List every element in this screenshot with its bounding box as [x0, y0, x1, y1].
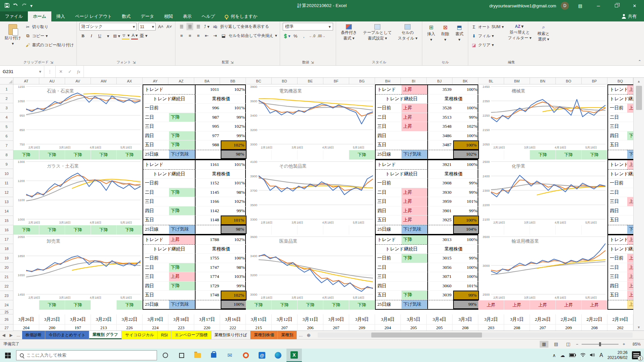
value-cell[interactable]: 205 — [401, 324, 427, 330]
scroll-up-icon[interactable]: ▲ — [637, 78, 641, 84]
menu-tab-2[interactable]: 挿入 — [51, 11, 70, 21]
dialog-launcher-icon[interactable]: ⇲ — [132, 60, 136, 64]
close-button[interactable]: ✕ — [628, 0, 641, 11]
cell-day-pct[interactable]: 102% — [221, 140, 247, 150]
cell-day-label[interactable]: 四日 — [376, 282, 401, 291]
cell-day-status[interactable] — [627, 188, 633, 197]
cell-ma-label[interactable]: 25日線 — [376, 300, 401, 309]
value-cell[interactable]: 203 — [478, 324, 504, 330]
column-header[interactable]: AU — [39, 78, 65, 84]
cell-day-pct[interactable]: 99% — [221, 206, 247, 216]
cell-day-label[interactable]: 二日 — [376, 188, 401, 197]
currency-icon[interactable]: 💲▾ — [283, 32, 290, 40]
trend-strip-cell[interactable]: 上昇 — [530, 300, 556, 310]
cell-day-price[interactable]: 3039 — [427, 291, 453, 300]
date-cell[interactable]: 3月3日 — [452, 314, 478, 324]
row-header[interactable]: 21 — [0, 272, 13, 282]
trend-strip-cell[interactable]: 下降 — [556, 150, 582, 160]
cell-trend-status[interactable]: 上昇 — [627, 85, 633, 95]
comma-icon[interactable]: , — [301, 32, 307, 40]
vertical-scrollbar[interactable]: ▲ ▼ — [633, 78, 644, 330]
cell-day-label[interactable]: 一日前 — [143, 254, 169, 263]
cell-trend-status[interactable] — [169, 85, 195, 95]
cell-day-status[interactable] — [169, 179, 195, 188]
value-cell[interactable]: 215 — [246, 324, 272, 330]
menu-tab-1[interactable]: ホーム — [28, 11, 51, 21]
align-right-icon[interactable]: ≡ — [195, 32, 202, 39]
cell-day-price[interactable]: 996 — [195, 104, 221, 113]
task-view-button[interactable] — [174, 349, 189, 362]
copy-button[interactable]: ⧉コピー ▾ — [25, 32, 74, 40]
cell-day-price[interactable]: 3487 — [427, 140, 453, 150]
value-cell[interactable]: 223 — [168, 324, 194, 330]
cell-day-status[interactable]: 上昇 — [627, 282, 633, 291]
date-cell[interactable]: 3月17日 — [194, 314, 220, 324]
row-header[interactable]: 14 — [0, 206, 13, 216]
cell-trend-label[interactable]: トレンド — [608, 235, 627, 245]
paste-button[interactable]: 貼り付け▾ — [3, 23, 23, 48]
increase-font-icon[interactable]: A˄ — [157, 23, 164, 31]
column-header[interactable]: BK — [452, 78, 478, 84]
embedded-chart[interactable]: 20501850165014502月18日3月18日4月18日5月18日卸売業 — [13, 235, 143, 300]
fill-color-icon[interactable]: 🜄 ▾ — [122, 32, 129, 40]
cell-day-label[interactable]: 三日 — [608, 122, 627, 131]
cell-day-pct[interactable]: 101% — [221, 216, 247, 225]
cell-cont-header[interactable]: トレンド継続日 — [608, 245, 633, 254]
sheet-tab-4[interactable]: RSI — [158, 331, 171, 339]
column-header[interactable]: BO — [556, 78, 582, 84]
row-header[interactable]: 12 — [0, 188, 13, 197]
cell-cont-header[interactable]: トレンド継続日 — [143, 170, 195, 179]
cell-ma-label[interactable]: 25日線 — [376, 150, 401, 159]
cell-ma-pct[interactable]: 99% — [453, 300, 479, 309]
dialog-launcher-icon[interactable]: ⇲ — [50, 60, 53, 64]
cell-sector-pct[interactable]: 100% — [453, 85, 479, 95]
trend-strip-cell[interactable] — [349, 225, 375, 235]
cell-ma-label[interactable]: 25日線 — [143, 300, 169, 309]
cell-sector-price[interactable]: 3539 — [427, 85, 453, 95]
restore-button[interactable] — [610, 0, 623, 11]
cell-day-price[interactable]: 988 — [195, 140, 221, 150]
cell-day-pct[interactable]: 99% — [453, 113, 479, 122]
cell-day-price[interactable]: 1755 — [195, 254, 221, 263]
column-header[interactable]: BE — [298, 78, 323, 84]
cell-price-header[interactable]: 業種株価 — [427, 245, 479, 254]
cell-day-status[interactable]: 上昇 — [401, 122, 427, 131]
date-cell[interactable]: 3月15日 — [246, 314, 272, 324]
decrease-indent-icon[interactable]: ⇤ — [203, 32, 210, 39]
cell-day-status[interactable]: 下降 — [169, 206, 195, 216]
normal-view-icon[interactable]: ▦ — [540, 341, 548, 348]
date-cell[interactable]: 3月26日 — [13, 314, 39, 324]
cell-day-label[interactable]: 四日 — [376, 206, 401, 216]
taskbar-search-input[interactable]: ここに入力して検索 — [16, 350, 157, 360]
cell-day-label[interactable]: 四日 — [608, 131, 627, 141]
cell-ma-status[interactable]: 下げ気味 — [169, 225, 195, 234]
cell-day-label[interactable]: 三日 — [608, 197, 627, 206]
embedded-chart[interactable]: 13001200110010002月18日3月18日4月18日5月18日ガラス・… — [13, 160, 143, 225]
cell-day-status[interactable]: 下降 — [169, 188, 195, 197]
cell-day-label[interactable]: 四日 — [143, 206, 169, 216]
cell-day-status[interactable] — [627, 122, 633, 131]
column-header[interactable]: BQ — [607, 78, 633, 84]
cell-ma-blank[interactable] — [195, 225, 221, 234]
browser-button[interactable] — [238, 349, 254, 362]
zoom-slider[interactable] — [582, 344, 619, 345]
cell-ma-status[interactable]: 下げ気味 — [169, 300, 195, 309]
value-cell[interactable]: 206 — [298, 324, 323, 330]
column-header[interactable]: BL — [478, 78, 504, 84]
date-cell[interactable]: 3月16日 — [220, 314, 246, 324]
value-cell[interactable]: 208 — [504, 324, 530, 330]
cell-day-status[interactable]: 下降 — [627, 131, 633, 141]
cell-trend-label[interactable]: トレンド — [376, 85, 401, 95]
cell-day-status[interactable]: 上昇 — [401, 197, 427, 206]
cell-day-label[interactable]: 一日前 — [376, 179, 401, 188]
value-cell[interactable]: 226 — [117, 324, 143, 330]
cell-day-price[interactable]: 3056 — [427, 263, 453, 273]
column-header[interactable]: BD — [272, 78, 298, 84]
trend-strip-cell[interactable] — [246, 150, 272, 160]
chevron-down-icon[interactable]: ▾ — [105, 32, 111, 40]
trend-strip-cell[interactable]: 下降 — [272, 300, 298, 310]
trend-strip-cell[interactable] — [323, 225, 349, 235]
row-header[interactable]: 7 — [0, 141, 13, 150]
cell-cont-header[interactable]: トレンド継続日 — [376, 95, 427, 104]
column-header[interactable]: BJ — [427, 78, 452, 84]
